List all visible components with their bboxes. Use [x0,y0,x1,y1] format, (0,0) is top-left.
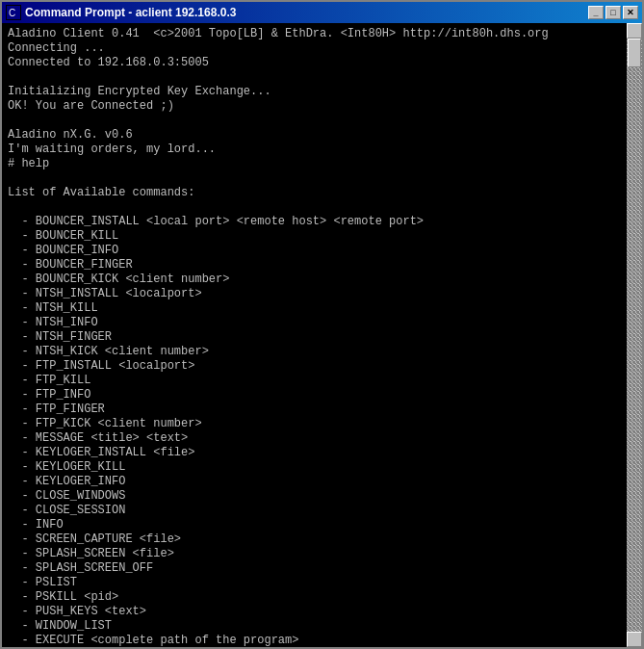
scroll-up-button[interactable]: ▲ [627,23,642,39]
terminal-content: Aladino Client 0.41 <c>2001 Topo[LB] & E… [8,27,636,647]
close-button[interactable]: ✕ [623,6,638,19]
terminal-area: Aladino Client 0.41 <c>2001 Topo[LB] & E… [2,23,642,647]
scroll-track[interactable] [627,39,642,632]
svg-text:C: C [9,8,15,18]
window-controls: _ □ ✕ [588,6,638,19]
scroll-thumb[interactable] [628,39,641,67]
title-bar-left: C Command Prompt - aclient 192.168.0.3 [6,5,236,20]
maximize-button[interactable]: □ [605,6,621,19]
minimize-button[interactable]: _ [588,6,604,19]
main-window: C Command Prompt - aclient 192.168.0.3 _… [0,0,644,649]
window-title: Command Prompt - aclient 192.168.0.3 [25,6,236,19]
title-bar: C Command Prompt - aclient 192.168.0.3 _… [2,2,642,23]
vertical-scrollbar[interactable]: ▲ ▼ [627,23,642,647]
cmd-icon: C [6,5,21,20]
terminal-text: Aladino Client 0.41 <c>2001 Topo[LB] & E… [8,27,619,647]
scroll-down-button[interactable]: ▼ [627,632,642,647]
